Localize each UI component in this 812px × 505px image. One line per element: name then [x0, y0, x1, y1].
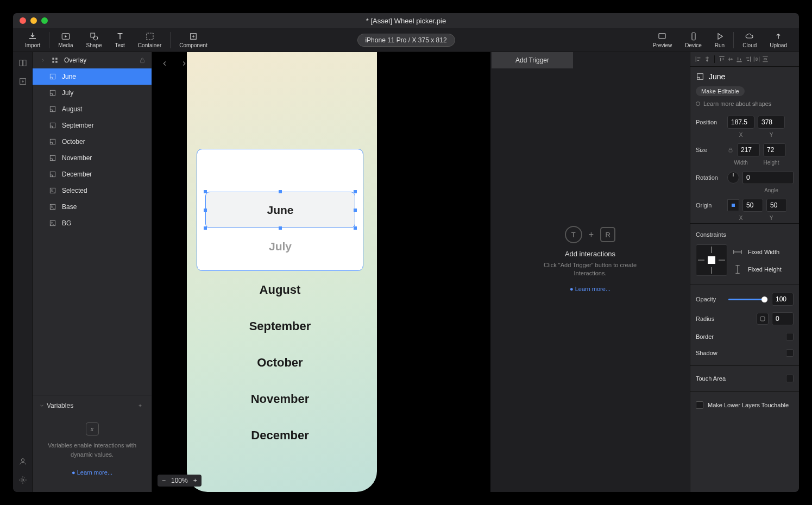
layer-row-september[interactable]: September — [33, 117, 152, 134]
svg-rect-14 — [52, 61, 54, 63]
user-icon[interactable] — [18, 457, 27, 468]
add-tab-icon[interactable] — [18, 77, 27, 88]
canvas-month[interactable]: September — [197, 308, 363, 344]
layer-row-selected[interactable]: Selected — [33, 182, 152, 199]
layer-row-overlay[interactable]: Overlay — [33, 52, 152, 68]
svg-rect-26 — [50, 204, 55, 209]
border-label: Border — [696, 333, 714, 340]
radius-input[interactable] — [772, 312, 794, 325]
canvas-month[interactable]: October — [197, 344, 363, 381]
canvas-month[interactable]: November — [197, 381, 363, 417]
opacity-input[interactable] — [772, 293, 794, 306]
lock-icon[interactable] — [727, 147, 734, 153]
component-button[interactable]: Component — [173, 29, 214, 51]
preview-button[interactable]: Preview — [646, 29, 679, 51]
lower-layers-checkbox[interactable] — [696, 401, 703, 409]
origin-x-input[interactable] — [742, 199, 763, 212]
layer-row-october[interactable]: October — [33, 134, 152, 150]
svg-rect-15 — [55, 61, 58, 63]
width-input[interactable] — [737, 143, 760, 156]
cloud-button[interactable]: Cloud — [736, 29, 763, 51]
run-button[interactable]: Run — [708, 29, 731, 51]
learn-shapes-link[interactable]: Learn more about shapes — [690, 100, 799, 112]
layer-row-base[interactable]: Base — [33, 199, 152, 215]
position-label: Position — [696, 119, 724, 125]
align-top-icon[interactable] — [718, 55, 726, 63]
trigger-learn-link[interactable]: ● Learn more... — [570, 286, 610, 292]
variables-learn-link[interactable]: ● Learn more... — [72, 469, 112, 476]
zoom-out-button[interactable]: − — [162, 477, 166, 484]
chevron-down-icon[interactable] — [39, 403, 45, 408]
border-toggle[interactable] — [786, 333, 794, 340]
constraints-label: Constraints — [696, 231, 726, 238]
align-left-icon[interactable] — [695, 55, 702, 63]
layers-tab-icon[interactable] — [18, 59, 27, 70]
layer-row-november[interactable]: November — [33, 150, 152, 166]
settings-icon[interactable] — [18, 476, 27, 487]
rotation-dial[interactable] — [727, 172, 739, 184]
opacity-label: Opacity — [696, 296, 724, 302]
import-button[interactable]: Import — [18, 29, 47, 51]
upload-button[interactable]: Upload — [763, 29, 794, 51]
position-y-input[interactable] — [758, 116, 785, 129]
fixed-height-toggle[interactable]: Fixed Height — [732, 262, 782, 277]
shape-icon — [49, 171, 56, 178]
text-button[interactable]: Text — [109, 29, 131, 51]
fixed-width-toggle[interactable]: Fixed Width — [732, 244, 782, 260]
opacity-slider[interactable] — [728, 299, 767, 300]
zoom-value[interactable]: 100% — [171, 477, 188, 484]
canvas-month[interactable]: August — [197, 272, 363, 308]
nav-back-button[interactable] — [158, 56, 172, 71]
close-icon[interactable] — [20, 17, 26, 24]
position-x-input[interactable] — [727, 116, 754, 129]
add-trigger-button[interactable]: Add Trigger — [492, 52, 573, 68]
image-icon — [49, 187, 56, 194]
svg-point-29 — [51, 222, 52, 223]
zoom-control: − 100% + — [158, 475, 202, 487]
trigger-help-desc: Click "Add Trigger" button to create Int… — [531, 261, 650, 278]
canvas-month[interactable]: December — [197, 417, 363, 453]
container-button[interactable]: Container — [131, 29, 168, 51]
align-center-icon[interactable] — [703, 55, 711, 63]
layer-row-december[interactable]: December — [33, 166, 152, 182]
svg-point-2 — [93, 36, 98, 40]
height-input[interactable] — [763, 143, 786, 156]
device-pill[interactable]: iPhone 11 Pro / X 375 x 812 — [357, 34, 455, 47]
layer-row-june[interactable]: June — [33, 68, 152, 85]
zoom-in-button[interactable]: + — [193, 477, 197, 484]
canvas-june-element[interactable]: June — [205, 192, 355, 228]
device-button[interactable]: Device — [678, 29, 708, 51]
shape-icon — [49, 154, 56, 162]
maximize-icon[interactable] — [41, 17, 48, 24]
touch-area-toggle[interactable] — [786, 375, 794, 382]
lock-icon[interactable] — [139, 56, 146, 64]
align-vcenter-icon[interactable] — [727, 55, 734, 63]
left-tab-bar — [13, 52, 33, 492]
angle-input[interactable] — [742, 171, 794, 184]
constraint-grid[interactable] — [696, 244, 727, 276]
trigger-panel: Add Trigger T + R Add interactions Click… — [490, 52, 690, 492]
align-right-icon[interactable] — [744, 55, 752, 63]
canvas[interactable]: June July August September October Novem… — [152, 52, 490, 492]
align-bottom-icon[interactable] — [735, 55, 743, 63]
svg-rect-21 — [50, 139, 55, 144]
make-editable-button[interactable]: Make Editable — [696, 86, 745, 96]
media-button[interactable]: Media — [52, 29, 79, 51]
canvas-july-element[interactable]: July — [205, 228, 355, 264]
svg-rect-28 — [50, 220, 55, 225]
layer-row-bg[interactable]: BG — [33, 215, 152, 231]
image-icon — [49, 219, 56, 227]
layer-row-august[interactable]: August — [33, 101, 152, 117]
svg-rect-16 — [141, 60, 144, 62]
radius-mode-icon[interactable] — [757, 313, 769, 325]
layer-row-july[interactable]: July — [33, 85, 152, 101]
distribute-h-icon[interactable] — [753, 55, 760, 63]
shadow-toggle[interactable] — [786, 349, 794, 357]
svg-rect-31 — [729, 150, 732, 153]
origin-y-input[interactable] — [766, 199, 787, 212]
plus-icon[interactable] — [137, 403, 143, 408]
origin-grid[interactable] — [727, 199, 739, 211]
minimize-icon[interactable] — [30, 17, 37, 24]
shape-button[interactable]: Shape — [80, 29, 109, 51]
distribute-v-icon[interactable] — [761, 55, 769, 63]
